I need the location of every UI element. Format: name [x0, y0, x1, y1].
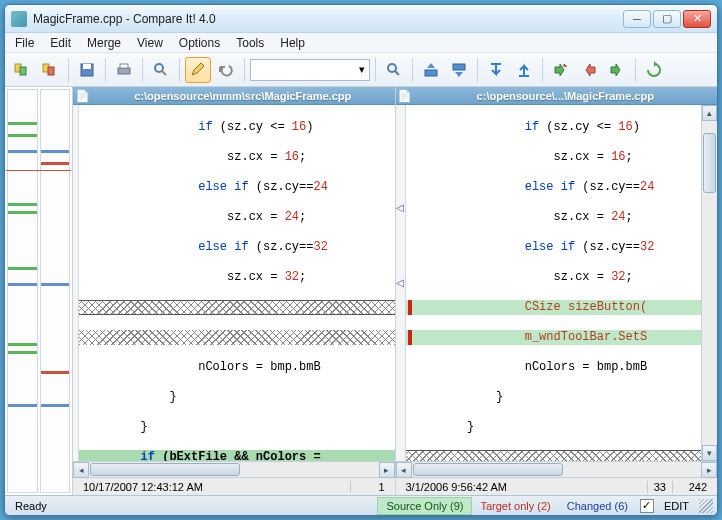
menubar: File Edit Merge View Options Tools Help: [5, 33, 717, 53]
scroll-up-button[interactable]: ▴: [702, 105, 717, 121]
minimize-button[interactable]: ─: [623, 10, 651, 28]
chevron-down-icon: ▾: [359, 63, 365, 76]
new-compare-button[interactable]: [9, 57, 35, 83]
right-pane: 📄 c:\opensource\...\MagicFrame.cpp ◁ ◁ i…: [396, 87, 718, 495]
right-pane-status: 3/1/2006 9:56:42 AM 33 242: [396, 477, 718, 495]
titlebar[interactable]: MagicFrame.cpp - Compare It! 4.0 ─ ▢ ✕: [5, 5, 717, 33]
pattern-dropdown[interactable]: ▾: [250, 59, 370, 81]
svg-rect-5: [83, 64, 91, 69]
missing-block: [79, 330, 395, 345]
window-title: MagicFrame.cpp - Compare It! 4.0: [33, 12, 623, 26]
vscroll-thumb[interactable]: [703, 133, 716, 193]
svg-rect-3: [48, 67, 54, 75]
menu-merge[interactable]: Merge: [79, 34, 129, 52]
status-edit-mode: EDIT: [658, 500, 695, 512]
svg-line-9: [162, 71, 166, 75]
hscroll-thumb[interactable]: [413, 463, 563, 476]
open-button[interactable]: [37, 57, 63, 83]
menu-edit[interactable]: Edit: [42, 34, 79, 52]
copy-to-left-button[interactable]: [576, 57, 602, 83]
status-changed[interactable]: Changed (6): [559, 498, 636, 514]
scroll-left-button[interactable]: ◂: [73, 462, 89, 478]
missing-block: [406, 450, 702, 461]
refresh-button[interactable]: [641, 57, 667, 83]
toolbar: ▾: [5, 53, 717, 87]
app-icon: [11, 11, 27, 27]
svg-point-8: [155, 64, 163, 72]
menu-file[interactable]: File: [7, 34, 42, 52]
prev-diff-button[interactable]: [418, 57, 444, 83]
right-line-number: 33: [648, 481, 673, 493]
left-col-number: 1: [351, 481, 391, 493]
right-code[interactable]: if (sz.cy <= 16) sz.cx = 16; else if (sz…: [406, 105, 702, 461]
save-button[interactable]: [74, 57, 100, 83]
svg-rect-6: [118, 68, 130, 74]
right-file-date: 3/1/2006 9:56:42 AM: [400, 481, 648, 493]
statusbar: Ready Source Only (9) Target only (2) Ch…: [5, 495, 717, 515]
left-file-path: c:\opensource\mmm\src\MagicFrame.cpp: [91, 90, 395, 102]
scroll-down-button[interactable]: ▾: [702, 445, 717, 461]
left-file-date: 10/17/2007 12:43:12 AM: [77, 481, 351, 493]
overview-strip[interactable]: [5, 87, 73, 495]
menu-options[interactable]: Options: [171, 34, 228, 52]
menu-view[interactable]: View: [129, 34, 171, 52]
right-pane-header[interactable]: 📄 c:\opensource\...\MagicFrame.cpp: [396, 87, 718, 105]
right-file-path: c:\opensource\...\MagicFrame.cpp: [414, 90, 718, 102]
left-code[interactable]: if (sz.cy <= 16) sz.cx = 16; else if (sz…: [79, 105, 395, 461]
svg-rect-1: [20, 67, 26, 75]
scroll-left-button[interactable]: ◂: [396, 462, 412, 478]
next-diff-button[interactable]: [446, 57, 472, 83]
copy-to-right-button[interactable]: [604, 57, 630, 83]
diff-marker-icon[interactable]: ◁: [395, 277, 405, 287]
status-target-only[interactable]: Target only (2): [472, 498, 558, 514]
diff-marker-icon[interactable]: ◁: [395, 202, 405, 212]
missing-block: [79, 300, 395, 315]
edit-mode-button[interactable]: [185, 57, 211, 83]
left-pane-status: 10/17/2007 12:43:12 AM 1: [73, 477, 395, 495]
scroll-right-button[interactable]: ▸: [379, 462, 395, 478]
copy-both-button[interactable]: [548, 57, 574, 83]
first-diff-button[interactable]: [483, 57, 509, 83]
overview-right[interactable]: [40, 89, 71, 493]
right-gutter: ◁ ◁: [396, 105, 406, 461]
file-icon: 📄: [73, 87, 91, 105]
svg-line-11: [395, 71, 399, 75]
right-hscrollbar[interactable]: ◂ ▸: [396, 461, 718, 477]
maximize-button[interactable]: ▢: [653, 10, 681, 28]
svg-rect-7: [120, 64, 128, 68]
svg-rect-13: [453, 64, 465, 70]
overview-left[interactable]: [7, 89, 38, 493]
svg-point-10: [388, 64, 396, 72]
left-pane: 📄 c:\opensource\mmm\src\MagicFrame.cpp i…: [73, 87, 396, 495]
menu-help[interactable]: Help: [272, 34, 313, 52]
svg-rect-12: [425, 70, 437, 76]
hscroll-thumb[interactable]: [90, 463, 240, 476]
close-button[interactable]: ✕: [683, 10, 711, 28]
zoom-button[interactable]: [381, 57, 407, 83]
find-button[interactable]: [148, 57, 174, 83]
vscrollbar[interactable]: ▴ ▾: [701, 105, 717, 461]
status-ready: Ready: [9, 500, 53, 512]
resize-grip-icon[interactable]: [699, 499, 713, 513]
undo-button[interactable]: [213, 57, 239, 83]
last-diff-button[interactable]: [511, 57, 537, 83]
status-checkbox[interactable]: ✓: [640, 499, 654, 513]
right-col-number: 242: [673, 481, 713, 493]
print-button[interactable]: [111, 57, 137, 83]
left-hscrollbar[interactable]: ◂ ▸: [73, 461, 395, 477]
status-source-only[interactable]: Source Only (9): [377, 497, 472, 515]
scroll-right-button[interactable]: ▸: [701, 462, 717, 478]
menu-tools[interactable]: Tools: [228, 34, 272, 52]
file-icon: 📄: [396, 87, 414, 105]
left-pane-header[interactable]: 📄 c:\opensource\mmm\src\MagicFrame.cpp: [73, 87, 395, 105]
